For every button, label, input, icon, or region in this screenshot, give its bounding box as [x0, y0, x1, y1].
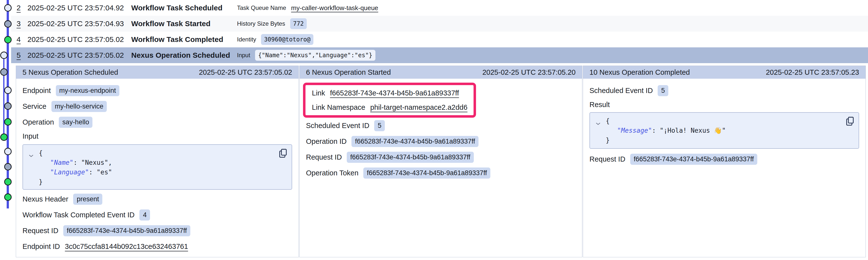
endpoint-badge: my-nexus-endpoint — [56, 85, 120, 96]
event-timestamp: 2025-02-25 UTC 23:57:04.93 — [27, 20, 131, 28]
timeline-event-circle-started — [0, 68, 8, 76]
timeline-event-circle-completed — [4, 178, 11, 186]
collapse-chevron-icon[interactable] — [595, 119, 601, 128]
timeline-event-circle-completed — [4, 193, 11, 201]
service-label: Service — [23, 102, 46, 111]
json-line: } — [39, 177, 274, 187]
json-line: } — [606, 136, 841, 145]
panel-header: 6 Nexus Operation Started 2025-02-25 UTC… — [300, 66, 582, 79]
panel-body: Link f665283f-743e-4374-b45b-9a61a89337f… — [300, 79, 582, 257]
panel-timestamp: 2025-02-25 UTC 23:57:05.02 — [199, 68, 292, 76]
panel-body: Scheduled Event ID 5 Result { "Message":… — [583, 79, 866, 257]
request-id-badge: f665283f-743e-4374-b45b-9a61a89337ff — [630, 154, 757, 165]
panel-nexus-operation-started: 6 Nexus Operation Started 2025-02-25 UTC… — [299, 66, 582, 257]
event-attr-label: History Size Bytes — [237, 20, 285, 27]
json-line: { — [606, 116, 841, 126]
request-id-label: Request ID — [23, 227, 58, 235]
event-name: Workflow Task Scheduled — [131, 4, 237, 12]
copy-icon[interactable] — [846, 117, 854, 129]
timeline-event-circle-completed — [4, 36, 11, 43]
event-id-link[interactable]: 3 — [17, 20, 27, 28]
wtc-event-id-badge: 4 — [140, 210, 150, 221]
link-namespace-label: Link Namespace — [312, 103, 365, 111]
scheduled-event-id-label: Scheduled Event ID — [306, 122, 369, 130]
scheduled-event-id-badge: 5 — [658, 85, 668, 96]
timeline-event-circle-none — [0, 51, 8, 59]
event-name: Nexus Operation Scheduled — [131, 51, 237, 60]
timeline-event-circle-completed — [4, 118, 11, 125]
timeline-branch-line — [3, 55, 4, 137]
event-attr-label: Identity — [237, 36, 256, 43]
event-history-table: 2 2025-02-25 UTC 23:57:04.92 Workflow Ta… — [11, 0, 868, 63]
scheduled-event-id-label: Scheduled Event ID — [589, 86, 653, 95]
nexus-header-label: Nexus Header — [23, 195, 68, 203]
panel-timestamp: 2025-02-25 UTC 23:57:05.23 — [766, 68, 859, 76]
endpoint-id-link[interactable]: 3c0c75ccfa8144b092c13ce632463761 — [65, 243, 188, 251]
timeline-gutter — [0, 0, 16, 260]
endpoint-id-label: Endpoint ID — [23, 243, 60, 251]
panel-header: 5 Nexus Operation Scheduled 2025-02-25 U… — [16, 66, 299, 79]
identity-badge: 30960@totoro@ — [261, 34, 313, 45]
result-json-viewer: { "Message": "¡Hola! Nexus 👋" } — [589, 112, 859, 149]
copy-icon[interactable] — [279, 149, 287, 161]
operation-label: Operation — [23, 118, 54, 126]
operation-token-badge: f665283f-743e-4374-b45b-9a61a89337ff — [363, 168, 490, 179]
wtc-event-id-label: Workflow Task Completed Event ID — [23, 211, 134, 219]
link-label: Link — [312, 89, 325, 97]
event-row-5-selected[interactable]: 5 2025-02-25 UTC 23:57:05.02 Nexus Opera… — [11, 47, 868, 63]
event-timestamp: 2025-02-25 UTC 23:57:05.02 — [27, 51, 131, 60]
panel-nexus-operation-completed: 10 Nexus Operation Completed 2025-02-25 … — [583, 66, 866, 257]
request-id-badge: f665283f-743e-4374-b45b-9a61a89337ff — [63, 225, 190, 236]
event-row-4[interactable]: 4 2025-02-25 UTC 23:57:05.02 Workflow Ta… — [11, 32, 868, 47]
service-badge: my-hello-service — [52, 101, 107, 112]
event-name: Workflow Task Completed — [131, 35, 237, 44]
nexus-header-badge: present — [73, 194, 102, 205]
json-line: "Message": "¡Hola! Nexus 👋" — [606, 126, 841, 136]
panel-title: 6 Nexus Operation Started — [306, 68, 391, 76]
event-attr-label: Task Queue Name — [237, 4, 286, 11]
operation-id-badge: f665283f-743e-4374-b45b-9a61a89337ff — [351, 136, 478, 147]
link-workflow-link[interactable]: f665283f-743e-4374-b45b-9a61a89337ff — [330, 89, 459, 97]
collapse-chevron-icon[interactable] — [28, 151, 34, 160]
event-attr-label: Input — [237, 52, 250, 59]
panel-timestamp: 2025-02-25 UTC 23:57:05.20 — [483, 68, 576, 76]
panel-nexus-operation-scheduled: 5 Nexus Operation Scheduled 2025-02-25 U… — [16, 66, 299, 257]
timeline-event-circle-completed — [0, 134, 8, 141]
link-namespace-link[interactable]: phil-target-namespace2.a2dd6 — [370, 103, 467, 111]
panel-title: 10 Nexus Operation Completed — [589, 68, 690, 76]
json-line: "Name": "Nexus", — [39, 158, 274, 168]
scheduled-event-id-badge: 5 — [374, 120, 385, 131]
event-id-link[interactable]: 2 — [17, 4, 27, 12]
operation-badge: say-hello — [59, 117, 92, 128]
endpoint-label: Endpoint — [23, 86, 51, 95]
panel-body: Endpoint my-nexus-endpoint Service my-he… — [16, 79, 299, 257]
task-queue-link[interactable]: my-caller-workflow-task-queue — [291, 4, 378, 12]
json-line: { — [39, 148, 274, 158]
event-row-2[interactable]: 2 2025-02-25 UTC 23:57:04.92 Workflow Ta… — [11, 0, 868, 16]
event-row-3[interactable]: 3 2025-02-25 UTC 23:57:04.93 Workflow Ta… — [11, 16, 868, 32]
event-timestamp: 2025-02-25 UTC 23:57:04.92 — [27, 4, 131, 12]
request-id-badge: f665283f-743e-4374-b45b-9a61a89337ff — [347, 152, 474, 163]
result-label: Result — [589, 101, 610, 109]
input-label: Input — [23, 132, 38, 140]
timeline-event-circle-none — [4, 4, 11, 11]
history-size-badge: 772 — [290, 18, 307, 29]
event-timestamp: 2025-02-25 UTC 23:57:05.02 — [27, 35, 131, 44]
input-json-viewer: { "Name": "Nexus", "Language": "es" } — [23, 144, 292, 190]
timeline-event-circle-started — [4, 102, 11, 110]
operation-token-label: Operation Token — [306, 169, 359, 177]
input-badge: {"Name":"Nexus","Language":"es"} — [255, 50, 375, 61]
event-id-link[interactable]: 4 — [17, 35, 27, 44]
timeline-event-circle-none — [4, 86, 11, 94]
panel-title: 5 Nexus Operation Scheduled — [23, 68, 118, 76]
request-id-label: Request ID — [306, 153, 342, 161]
event-id-link[interactable]: 5 — [17, 51, 27, 60]
event-name: Workflow Task Started — [131, 20, 237, 28]
request-id-label: Request ID — [589, 155, 625, 163]
timeline-event-circle-none — [4, 148, 11, 155]
link-highlight-box: Link f665283f-743e-4374-b45b-9a61a89337f… — [303, 83, 476, 118]
event-detail-panels: 5 Nexus Operation Scheduled 2025-02-25 U… — [16, 66, 866, 257]
panel-header: 10 Nexus Operation Completed 2025-02-25 … — [583, 66, 866, 79]
operation-id-label: Operation ID — [306, 138, 346, 146]
json-line: "Language": "es" — [39, 168, 274, 177]
